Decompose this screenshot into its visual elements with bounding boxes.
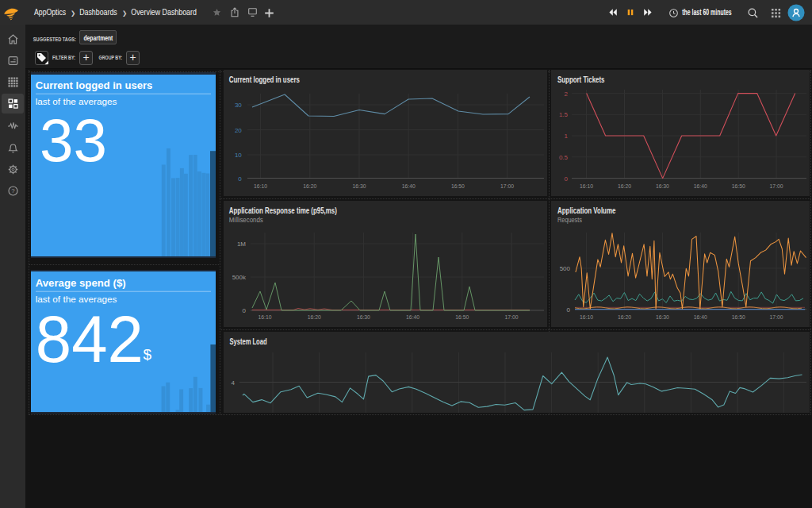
svg-text:33: 33 bbox=[40, 106, 107, 174]
svg-text:500k: 500k bbox=[232, 274, 247, 281]
svg-text:16:20: 16:20 bbox=[308, 314, 321, 321]
svg-text:Current logged in users: Current logged in users bbox=[229, 75, 300, 84]
svg-text:16:40: 16:40 bbox=[402, 183, 416, 190]
svg-text:last of the averages: last of the averages bbox=[36, 97, 117, 106]
svg-text:0: 0 bbox=[238, 175, 242, 183]
svg-text:4: 4 bbox=[232, 379, 236, 387]
svg-text:16:30: 16:30 bbox=[353, 183, 366, 190]
svg-text:30: 30 bbox=[235, 102, 242, 109]
svg-text:0: 0 bbox=[567, 306, 571, 314]
svg-text:the last 60 minutes: the last 60 minutes bbox=[682, 8, 732, 17]
svg-text:department: department bbox=[83, 34, 113, 42]
svg-text:842: 842 bbox=[36, 302, 144, 376]
svg-text:17:00: 17:00 bbox=[770, 183, 783, 190]
svg-text:16:10: 16:10 bbox=[259, 314, 272, 321]
svg-text:Milliseconds: Milliseconds bbox=[229, 215, 263, 224]
svg-text:17:00: 17:00 bbox=[500, 183, 514, 190]
svg-text:FILTER BY:: FILTER BY: bbox=[52, 54, 75, 61]
svg-text:20: 20 bbox=[235, 127, 242, 134]
svg-text:Requests: Requests bbox=[557, 215, 582, 224]
svg-text:Average spend ($): Average spend ($) bbox=[36, 277, 126, 289]
svg-text:1: 1 bbox=[565, 133, 569, 140]
svg-text:?: ? bbox=[11, 187, 15, 194]
svg-text:16:10: 16:10 bbox=[580, 183, 593, 190]
svg-text:16:40: 16:40 bbox=[406, 314, 419, 321]
svg-text:16:10: 16:10 bbox=[254, 183, 267, 190]
svg-text:16:10: 16:10 bbox=[580, 314, 593, 321]
svg-text:16:30: 16:30 bbox=[357, 314, 370, 321]
svg-text:1.5: 1.5 bbox=[559, 111, 569, 118]
svg-text:0.5: 0.5 bbox=[559, 154, 569, 161]
svg-text:500: 500 bbox=[560, 265, 571, 272]
svg-text:17:00: 17:00 bbox=[505, 314, 519, 321]
svg-text:0: 0 bbox=[243, 307, 247, 314]
svg-text:GROUP BY:: GROUP BY: bbox=[99, 54, 123, 61]
svg-text:16:40: 16:40 bbox=[694, 183, 707, 190]
svg-text:16:50: 16:50 bbox=[732, 314, 745, 321]
svg-text:16:40: 16:40 bbox=[694, 314, 707, 321]
svg-text:SUGGESTED TAGS:: SUGGESTED TAGS: bbox=[33, 36, 76, 43]
svg-text:1M: 1M bbox=[237, 241, 246, 248]
svg-text:16:30: 16:30 bbox=[656, 314, 669, 321]
svg-text:0: 0 bbox=[565, 175, 569, 183]
svg-text:16:20: 16:20 bbox=[618, 314, 631, 321]
svg-text:System Load: System Load bbox=[229, 337, 266, 346]
svg-text:$: $ bbox=[144, 346, 152, 363]
svg-text:Current logged in users: Current logged in users bbox=[36, 79, 153, 91]
svg-text:Application Volume: Application Volume bbox=[557, 206, 616, 215]
svg-text:16:20: 16:20 bbox=[618, 183, 631, 190]
svg-text:2: 2 bbox=[565, 90, 569, 98]
svg-text:Support Tickets: Support Tickets bbox=[557, 75, 605, 84]
svg-text:Application Response time (p95: Application Response time (p95,ms) bbox=[229, 206, 337, 215]
svg-text:16:50: 16:50 bbox=[455, 314, 469, 321]
svg-text:16:50: 16:50 bbox=[451, 183, 465, 190]
svg-text:16:20: 16:20 bbox=[303, 183, 316, 190]
svg-text:16:50: 16:50 bbox=[732, 183, 745, 190]
svg-text:17:00: 17:00 bbox=[770, 314, 783, 321]
svg-text:10: 10 bbox=[235, 152, 242, 159]
svg-text:16:30: 16:30 bbox=[656, 183, 669, 190]
